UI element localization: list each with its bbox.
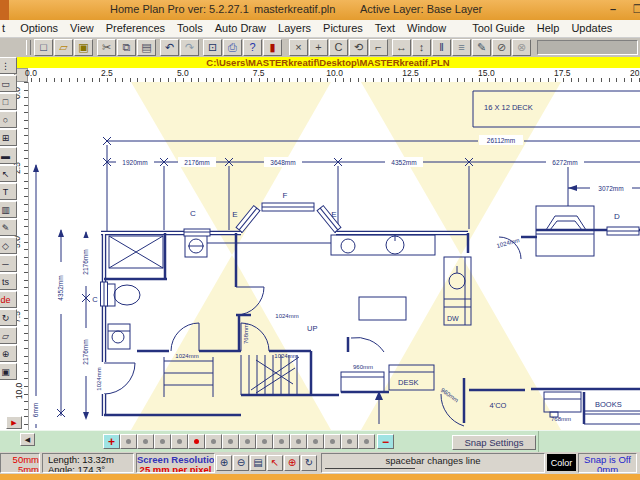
plus-tool-icon: ⊕ xyxy=(2,349,10,359)
copy-button[interactable]: ⧉ xyxy=(117,39,136,56)
menu-item-auto-draw[interactable]: Auto Draw xyxy=(209,20,272,36)
left-tool-8[interactable]: T xyxy=(0,183,17,200)
disabled-tool-button[interactable]: ⊗ xyxy=(512,39,531,56)
exit-button[interactable]: ▮ xyxy=(263,39,282,56)
layer-dot-button-12[interactable] xyxy=(307,434,324,449)
layer-dot-button-3[interactable] xyxy=(154,434,171,449)
zoom-refresh-button[interactable]: ↻ xyxy=(301,455,317,471)
layer-dot-button-13[interactable] xyxy=(324,434,341,449)
left-tool-5[interactable]: ⊞ xyxy=(0,129,17,146)
paste-button[interactable]: ▤ xyxy=(137,39,156,56)
scroll-origin-button[interactable]: ▶ xyxy=(6,416,22,429)
lines-button[interactable]: ≡ xyxy=(452,39,471,56)
print-button[interactable]: ⎙ xyxy=(223,39,242,56)
left-tool-17[interactable]: ⊕ xyxy=(0,345,17,362)
layer-dot-button-10[interactable] xyxy=(273,434,290,449)
menu-item-help[interactable]: Help xyxy=(531,20,566,36)
help-button[interactable]: ? xyxy=(243,39,262,56)
left-tool-7[interactable]: ↖ xyxy=(0,165,17,182)
menu-item-tools[interactable]: Tools xyxy=(171,20,209,36)
open-folder-icon: ▱ xyxy=(59,42,67,53)
left-tool-13[interactable]: ts xyxy=(0,273,17,290)
minimize-button[interactable]: – xyxy=(610,3,616,15)
left-tool-16[interactable]: ▱ xyxy=(0,327,17,344)
left-tool-18[interactable]: ▣ xyxy=(0,363,17,380)
layer-dot-button-5[interactable] xyxy=(188,434,205,449)
layer-dot-button-1[interactable] xyxy=(120,434,137,449)
horizontal-ruler: 0.02.55.07.510.012.515.017.520.0 xyxy=(28,68,640,83)
columns-button[interactable]: ‖ xyxy=(432,39,451,56)
line-tool-icon: ─ xyxy=(2,259,8,269)
menu-item-preferences[interactable]: Preferences xyxy=(100,20,171,36)
menu-item-window[interactable]: Window xyxy=(401,20,452,36)
layer-dot-button-11[interactable] xyxy=(290,434,307,449)
snap-settings-button[interactable]: Snap Settings xyxy=(452,435,536,450)
dim-label: 3648mm xyxy=(270,159,295,166)
zoom-page-button[interactable]: ▤ xyxy=(250,455,266,471)
menu-item-view[interactable]: View xyxy=(64,20,100,36)
layer-dot-button-15[interactable] xyxy=(358,434,375,449)
rotate-90-button[interactable]: ⟲ xyxy=(349,39,368,56)
zoom-button-group: ⊕⊖▤↖⊕↻ xyxy=(216,453,320,473)
rotate-button[interactable]: C xyxy=(329,39,348,56)
add-layer-button[interactable]: + xyxy=(103,434,120,449)
delete-button[interactable]: × xyxy=(289,39,308,56)
left-tool-2[interactable]: ▭ xyxy=(0,75,17,92)
layer-dot-button-9[interactable] xyxy=(256,434,273,449)
stretch-h-button[interactable]: ↔ xyxy=(392,39,411,56)
partial-text-icon: ts xyxy=(2,277,9,287)
zoom-pointer-button[interactable]: ↖ xyxy=(267,455,283,471)
menu-item-layers[interactable]: Layers xyxy=(272,20,317,36)
left-tool-1[interactable]: ⋮ xyxy=(0,57,17,74)
move-button[interactable]: + xyxy=(309,39,328,56)
left-tool-9[interactable]: ▥ xyxy=(0,201,17,218)
left-tool-11[interactable]: ◇ xyxy=(0,237,17,254)
layer-dot-button-4[interactable] xyxy=(171,434,188,449)
menu-item-text[interactable]: Text xyxy=(369,20,401,36)
redo-button[interactable]: ↷ xyxy=(180,39,199,56)
hruler-label: 12.5 xyxy=(402,68,419,78)
stretch-v-button[interactable]: ↕ xyxy=(412,39,431,56)
copy-icon: ⧉ xyxy=(123,42,131,53)
layer-dot-button-8[interactable] xyxy=(239,434,256,449)
menu-item-pictures[interactable]: Pictures xyxy=(317,20,369,36)
left-tool-4[interactable]: ○ xyxy=(0,111,17,128)
scroll-left-button[interactable]: ◀ xyxy=(20,433,35,446)
left-tool-6[interactable]: ▬ xyxy=(0,147,17,164)
up-label: UP xyxy=(307,324,317,333)
left-tool-3[interactable]: □ xyxy=(0,93,17,110)
layer-dot-button-6[interactable] xyxy=(205,434,222,449)
dim-label: 6272mm xyxy=(552,159,577,166)
cut-button[interactable]: ✂ xyxy=(97,39,116,56)
left-tool-14[interactable]: de xyxy=(0,291,17,308)
select-corner-button[interactable]: ⌐ xyxy=(369,39,388,56)
screen-button[interactable]: ⊡ xyxy=(203,39,222,56)
menu-item-tool-guide[interactable]: Tool Guide xyxy=(466,20,531,36)
save-button[interactable]: ▣ xyxy=(74,39,93,56)
drawing-canvas[interactable]: 26112mm 1920mm 2176mm 3648mm 4352mm 6272… xyxy=(28,82,640,430)
color-button[interactable]: Color xyxy=(547,454,576,471)
draw-button[interactable]: ✎ xyxy=(472,39,491,56)
main-toolbar: □▱▣✂⧉▤↶↷⊡⎙?▮×+C⟲⌐↔↕‖≡✎⊘⊗ xyxy=(0,38,640,57)
menu-item-partial[interactable]: t xyxy=(0,20,11,36)
layer-dot-button-14[interactable] xyxy=(341,434,358,449)
status-bar: 50mm5mm Length: 13.32m Angle: 174.3° Scr… xyxy=(0,452,640,474)
layer-dot-button-2[interactable] xyxy=(137,434,154,449)
left-tool-10[interactable]: ✎ xyxy=(0,219,17,236)
menu-item-options[interactable]: Options xyxy=(14,20,64,36)
undo-button[interactable]: ↶ xyxy=(160,39,179,56)
toolbar-handle[interactable] xyxy=(26,40,31,55)
zoom-in-button[interactable]: ⊕ xyxy=(216,455,232,471)
left-tool-15[interactable]: ↻ xyxy=(0,309,17,326)
menu-item-updates[interactable]: Updates xyxy=(565,20,618,36)
left-tool-12[interactable]: ─ xyxy=(0,255,17,272)
remove-layer-button[interactable]: − xyxy=(377,434,394,449)
new-file-button[interactable]: □ xyxy=(34,39,53,56)
zoom-selection-button[interactable]: ⊕ xyxy=(284,455,300,471)
zoom-out-button[interactable]: ⊖ xyxy=(233,455,249,471)
undo-off-button[interactable]: ⊘ xyxy=(492,39,511,56)
maximize-button[interactable]: ❒ xyxy=(633,3,640,16)
open-file-button[interactable]: ▱ xyxy=(54,39,73,56)
layer-dot-button-7[interactable] xyxy=(222,434,239,449)
hruler-label: 15.0 xyxy=(478,68,495,78)
